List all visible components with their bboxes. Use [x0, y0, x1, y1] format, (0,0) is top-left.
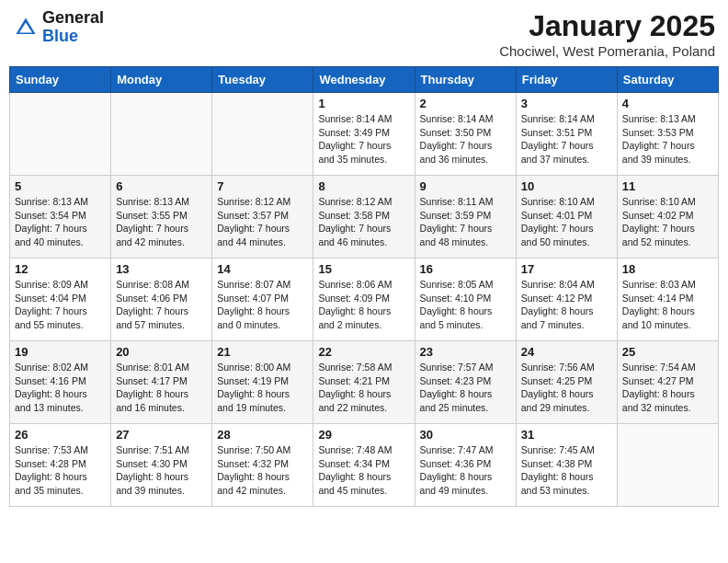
day-info: Sunrise: 8:13 AM Sunset: 3:53 PM Dayligh…: [622, 112, 713, 167]
day-number: 12: [15, 262, 106, 276]
calendar-cell: 19Sunrise: 8:02 AM Sunset: 4:16 PM Dayli…: [10, 341, 111, 424]
day-number: 5: [15, 179, 106, 193]
calendar-cell: 5Sunrise: 8:13 AM Sunset: 3:54 PM Daylig…: [10, 176, 111, 259]
day-info: Sunrise: 8:05 AM Sunset: 4:10 PM Dayligh…: [420, 278, 511, 332]
day-number: 16: [420, 262, 511, 276]
weekday-header-wednesday: Wednesday: [313, 67, 415, 93]
day-number: 22: [318, 345, 409, 359]
calendar-cell: 27Sunrise: 7:51 AM Sunset: 4:30 PM Dayli…: [111, 424, 212, 507]
day-number: 18: [622, 262, 713, 276]
calendar-week-row: 1Sunrise: 8:14 AM Sunset: 3:49 PM Daylig…: [10, 93, 719, 176]
day-info: Sunrise: 8:07 AM Sunset: 4:07 PM Dayligh…: [217, 278, 308, 332]
day-info: Sunrise: 7:54 AM Sunset: 4:27 PM Dayligh…: [622, 361, 713, 415]
weekday-header-thursday: Thursday: [415, 67, 516, 93]
day-info: Sunrise: 7:48 AM Sunset: 4:34 PM Dayligh…: [318, 443, 409, 498]
weekday-header-tuesday: Tuesday: [212, 67, 313, 93]
calendar-week-row: 5Sunrise: 8:13 AM Sunset: 3:54 PM Daylig…: [10, 176, 719, 259]
calendar-cell: 31Sunrise: 7:45 AM Sunset: 4:38 PM Dayli…: [516, 424, 617, 507]
day-info: Sunrise: 8:01 AM Sunset: 4:17 PM Dayligh…: [116, 361, 207, 415]
day-info: Sunrise: 8:00 AM Sunset: 4:19 PM Dayligh…: [217, 361, 308, 415]
day-number: 4: [622, 97, 713, 110]
calendar-cell: 24Sunrise: 7:56 AM Sunset: 4:25 PM Dayli…: [516, 341, 617, 424]
calendar-cell: 10Sunrise: 8:10 AM Sunset: 4:01 PM Dayli…: [516, 176, 617, 259]
day-number: 1: [318, 97, 409, 110]
day-info: Sunrise: 7:56 AM Sunset: 4:25 PM Dayligh…: [521, 361, 612, 415]
calendar-cell: 28Sunrise: 7:50 AM Sunset: 4:32 PM Dayli…: [212, 424, 313, 507]
day-info: Sunrise: 8:14 AM Sunset: 3:51 PM Dayligh…: [521, 112, 612, 167]
day-info: Sunrise: 8:08 AM Sunset: 4:06 PM Dayligh…: [116, 278, 207, 332]
calendar-cell: 23Sunrise: 7:57 AM Sunset: 4:23 PM Dayli…: [415, 341, 516, 424]
day-info: Sunrise: 7:57 AM Sunset: 4:23 PM Dayligh…: [420, 361, 511, 415]
location-title: Chociwel, West Pomerania, Poland: [499, 43, 715, 59]
day-number: 8: [318, 179, 409, 193]
day-number: 20: [116, 345, 207, 359]
calendar-cell: 22Sunrise: 7:58 AM Sunset: 4:21 PM Dayli…: [313, 341, 415, 424]
calendar-table: SundayMondayTuesdayWednesdayThursdayFrid…: [9, 66, 719, 507]
calendar-cell: 4Sunrise: 8:13 AM Sunset: 3:53 PM Daylig…: [617, 93, 718, 176]
day-number: 6: [116, 179, 207, 193]
calendar-cell: 11Sunrise: 8:10 AM Sunset: 4:02 PM Dayli…: [617, 176, 718, 259]
calendar-cell: 2Sunrise: 8:14 AM Sunset: 3:50 PM Daylig…: [415, 93, 516, 176]
calendar-cell: 12Sunrise: 8:09 AM Sunset: 4:04 PM Dayli…: [10, 259, 111, 341]
calendar-cell: [111, 93, 212, 176]
logo: General Blue: [13, 9, 104, 46]
calendar-cell: 8Sunrise: 8:12 AM Sunset: 3:58 PM Daylig…: [313, 176, 415, 259]
calendar-cell: 30Sunrise: 7:47 AM Sunset: 4:36 PM Dayli…: [415, 424, 516, 507]
day-info: Sunrise: 8:14 AM Sunset: 3:50 PM Dayligh…: [420, 112, 511, 167]
calendar-week-row: 19Sunrise: 8:02 AM Sunset: 4:16 PM Dayli…: [10, 341, 719, 424]
day-info: Sunrise: 8:09 AM Sunset: 4:04 PM Dayligh…: [15, 278, 106, 332]
day-info: Sunrise: 8:13 AM Sunset: 3:55 PM Dayligh…: [116, 195, 207, 249]
calendar-cell: 25Sunrise: 7:54 AM Sunset: 4:27 PM Dayli…: [617, 341, 718, 424]
day-info: Sunrise: 7:47 AM Sunset: 4:36 PM Dayligh…: [420, 443, 511, 498]
calendar-cell: 6Sunrise: 8:13 AM Sunset: 3:55 PM Daylig…: [111, 176, 212, 259]
calendar-cell: 21Sunrise: 8:00 AM Sunset: 4:19 PM Dayli…: [212, 341, 313, 424]
title-block: January 2025 Chociwel, West Pomerania, P…: [499, 9, 715, 59]
weekday-header-monday: Monday: [111, 67, 212, 93]
day-info: Sunrise: 8:06 AM Sunset: 4:09 PM Dayligh…: [318, 278, 409, 332]
calendar-cell: 20Sunrise: 8:01 AM Sunset: 4:17 PM Dayli…: [111, 341, 212, 424]
day-number: 25: [622, 345, 713, 359]
day-info: Sunrise: 7:51 AM Sunset: 4:30 PM Dayligh…: [116, 443, 207, 498]
calendar-cell: 1Sunrise: 8:14 AM Sunset: 3:49 PM Daylig…: [313, 93, 415, 176]
calendar-cell: 17Sunrise: 8:04 AM Sunset: 4:12 PM Dayli…: [516, 259, 617, 341]
logo-icon: [13, 15, 39, 40]
day-info: Sunrise: 8:04 AM Sunset: 4:12 PM Dayligh…: [521, 278, 612, 332]
day-info: Sunrise: 8:11 AM Sunset: 3:59 PM Dayligh…: [420, 195, 511, 249]
weekday-header-row: SundayMondayTuesdayWednesdayThursdayFrid…: [10, 67, 719, 93]
day-info: Sunrise: 7:53 AM Sunset: 4:28 PM Dayligh…: [15, 443, 106, 498]
calendar-week-row: 12Sunrise: 8:09 AM Sunset: 4:04 PM Dayli…: [10, 259, 719, 341]
page-header: General Blue January 2025 Chociwel, West…: [9, 9, 719, 59]
calendar-cell: 16Sunrise: 8:05 AM Sunset: 4:10 PM Dayli…: [415, 259, 516, 341]
day-number: 15: [318, 262, 409, 276]
logo-blue: Blue: [42, 27, 78, 45]
day-info: Sunrise: 8:10 AM Sunset: 4:02 PM Dayligh…: [622, 195, 713, 249]
calendar-cell: [10, 93, 111, 176]
day-info: Sunrise: 8:14 AM Sunset: 3:49 PM Dayligh…: [318, 112, 409, 167]
calendar-cell: 9Sunrise: 8:11 AM Sunset: 3:59 PM Daylig…: [415, 176, 516, 259]
day-number: 23: [420, 345, 511, 359]
day-number: 2: [420, 97, 511, 110]
day-number: 19: [15, 345, 106, 359]
day-info: Sunrise: 8:03 AM Sunset: 4:14 PM Dayligh…: [622, 278, 713, 332]
day-number: 24: [521, 345, 612, 359]
day-number: 21: [217, 345, 308, 359]
month-title: January 2025: [499, 9, 715, 43]
day-number: 28: [217, 428, 308, 442]
calendar-cell: 7Sunrise: 8:12 AM Sunset: 3:57 PM Daylig…: [212, 176, 313, 259]
day-info: Sunrise: 8:12 AM Sunset: 3:58 PM Dayligh…: [318, 195, 409, 249]
weekday-header-sunday: Sunday: [10, 67, 111, 93]
day-number: 17: [521, 262, 612, 276]
calendar-cell: 29Sunrise: 7:48 AM Sunset: 4:34 PM Dayli…: [313, 424, 415, 507]
day-number: 7: [217, 179, 308, 193]
day-info: Sunrise: 7:58 AM Sunset: 4:21 PM Dayligh…: [318, 361, 409, 415]
calendar-cell: [617, 424, 718, 507]
day-number: 13: [116, 262, 207, 276]
calendar-week-row: 26Sunrise: 7:53 AM Sunset: 4:28 PM Dayli…: [10, 424, 719, 507]
calendar-cell: 3Sunrise: 8:14 AM Sunset: 3:51 PM Daylig…: [516, 93, 617, 176]
calendar-cell: 14Sunrise: 8:07 AM Sunset: 4:07 PM Dayli…: [212, 259, 313, 341]
calendar-cell: 15Sunrise: 8:06 AM Sunset: 4:09 PM Dayli…: [313, 259, 415, 341]
day-number: 26: [15, 428, 106, 442]
day-number: 31: [521, 428, 612, 442]
day-number: 10: [521, 179, 612, 193]
day-info: Sunrise: 8:12 AM Sunset: 3:57 PM Dayligh…: [217, 195, 308, 249]
